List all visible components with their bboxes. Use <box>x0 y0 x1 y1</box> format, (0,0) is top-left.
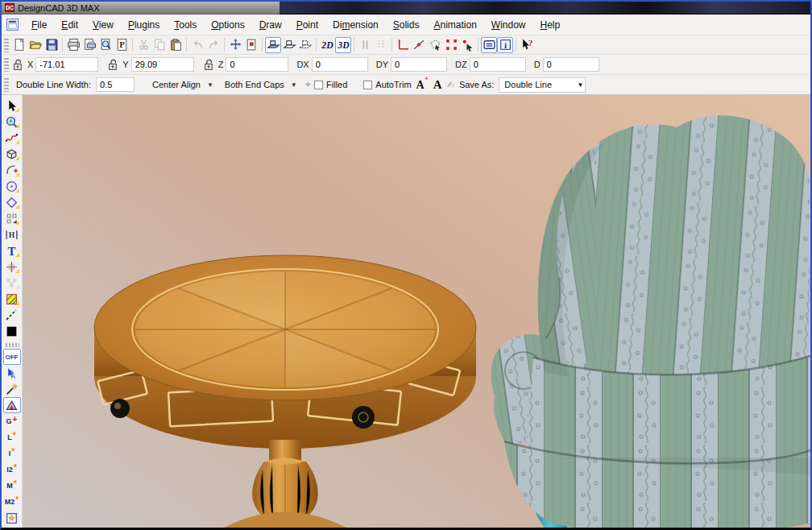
plane-snap-button[interactable] <box>3 397 21 413</box>
autotrim-checkbox[interactable] <box>363 81 372 89</box>
menu-draw[interactable]: Draw <box>252 17 289 33</box>
end-caps-dropdown[interactable]: Both End Caps ▼ <box>222 78 300 91</box>
svg-text:2D: 2D <box>321 40 334 51</box>
snap-intersect-1-button[interactable]: I* <box>3 445 21 462</box>
toolbar-grip[interactable] <box>4 38 9 52</box>
parallel-button[interactable] <box>357 37 373 53</box>
menu-file[interactable]: File <box>24 17 54 33</box>
wing-chair-object[interactable] <box>491 115 810 528</box>
align-dots-button[interactable] <box>373 37 389 53</box>
curve-tool-button[interactable] <box>3 130 21 146</box>
menu-options[interactable]: Options <box>204 17 251 33</box>
snap-off-button[interactable]: OFF <box>3 349 21 365</box>
cut-button[interactable] <box>135 37 151 53</box>
print-preview-button[interactable] <box>97 37 114 53</box>
arc-tool-button[interactable] <box>3 162 21 178</box>
left-toolbar-grip-2[interactable] <box>5 343 19 347</box>
mode-2d-button[interactable]: 2D <box>319 37 335 53</box>
dimension-tool-button[interactable]: H <box>3 226 21 242</box>
optbar-grip[interactable] <box>4 77 9 92</box>
menu-tools[interactable]: Tools <box>167 17 204 33</box>
new-file-button[interactable] <box>11 37 27 53</box>
shade-hidden-button[interactable] <box>281 37 297 53</box>
open-folder-button[interactable] <box>27 37 44 53</box>
increase-text-size-button[interactable]: A+ <box>416 77 429 92</box>
handles-button[interactable] <box>443 37 459 53</box>
dz-input[interactable] <box>470 57 526 72</box>
insert-block-button[interactable] <box>243 37 259 53</box>
info-box-button[interactable] <box>481 37 497 53</box>
title-bar[interactable]: DC DesignCAD 3D MAX <box>2 2 810 14</box>
menu-edit[interactable]: Edit <box>54 17 85 33</box>
menu-solids[interactable]: Solids <box>386 17 427 33</box>
document-icon[interactable] <box>5 18 19 32</box>
set-point-button[interactable] <box>459 37 475 53</box>
context-help-button[interactable]: ? <box>519 37 535 53</box>
group-tool-button[interactable] <box>3 275 21 291</box>
undo-button[interactable] <box>189 37 205 53</box>
point-tool-button[interactable] <box>3 259 21 275</box>
viewport-canvas[interactable] <box>23 95 810 528</box>
cursor-mode-button[interactable] <box>3 365 21 381</box>
page-setup-button[interactable]: P <box>114 37 130 53</box>
menu-view[interactable]: View <box>85 17 121 33</box>
axes-button[interactable] <box>395 37 411 53</box>
shade-wire-button[interactable] <box>297 37 313 53</box>
coordbar-grip[interactable] <box>4 57 9 72</box>
lock-open-icon[interactable] <box>202 58 216 72</box>
redo-button[interactable] <box>205 37 222 53</box>
polygon-tool-button[interactable] <box>3 194 21 210</box>
x-input[interactable] <box>35 57 98 72</box>
cube-tool-button[interactable] <box>3 146 21 162</box>
wand-tool-button[interactable] <box>3 381 21 397</box>
dx-input[interactable] <box>312 57 368 72</box>
lock-open-icon[interactable] <box>11 58 25 72</box>
copy-button[interactable] <box>151 37 168 53</box>
linestyle-tool-icon <box>5 308 19 322</box>
double-line-width-input[interactable] <box>96 77 135 92</box>
save-as-dropdown[interactable]: Double Line ▼ <box>499 77 586 93</box>
lock-open-icon[interactable] <box>106 58 120 72</box>
d-input[interactable] <box>543 57 599 72</box>
z-input[interactable] <box>226 57 288 72</box>
text-tool-button[interactable]: T <box>3 242 21 259</box>
print-button[interactable] <box>65 37 81 53</box>
zoom-tool-button[interactable] <box>3 114 21 130</box>
snap-intersect-2-button[interactable]: I2* <box>3 462 21 478</box>
hatch-tool-button[interactable] <box>3 291 21 307</box>
circle-tool-icon <box>5 180 19 193</box>
select-arrow-button[interactable] <box>3 97 21 114</box>
select-polygon-button[interactable] <box>427 37 443 53</box>
filled-checkbox[interactable] <box>314 81 323 89</box>
y-input[interactable] <box>131 57 194 72</box>
menu-help[interactable]: Help <box>533 17 568 33</box>
menu-animation[interactable]: Animation <box>426 17 483 33</box>
move-point-button[interactable] <box>227 37 243 53</box>
align-dropdown[interactable]: Center Align ▼ <box>149 78 217 91</box>
color-swatch-button[interactable] <box>3 323 21 339</box>
save-floppy-button[interactable] <box>44 37 60 53</box>
menu-window[interactable]: Window <box>484 17 533 33</box>
mode-3d-button[interactable]: 3D <box>335 37 351 53</box>
snap-midpoint-button[interactable]: M* <box>3 478 21 494</box>
svg-text:H: H <box>9 230 15 239</box>
pattern-tool-button[interactable] <box>3 210 21 226</box>
snap-gravity-button[interactable]: G+ <box>3 413 21 429</box>
midpoint-line-button[interactable] <box>411 37 427 53</box>
menu-dimension[interactable]: Dimension <box>325 17 386 33</box>
snap-midpoint-2-button[interactable]: M2* <box>3 494 21 510</box>
star-box-1-button[interactable] <box>3 510 21 526</box>
menu-point[interactable]: Point <box>289 17 325 33</box>
snap-line-button[interactable]: L* <box>3 429 21 445</box>
print-export-button[interactable] <box>81 37 97 53</box>
linestyle-tool-button[interactable] <box>3 307 21 323</box>
dy-input[interactable] <box>391 57 447 72</box>
text-size-button[interactable]: A <box>433 78 442 92</box>
drum-table-object[interactable] <box>94 255 476 528</box>
circle-tool-button[interactable] <box>3 178 21 194</box>
star-box-2-button[interactable] <box>3 526 21 528</box>
menu-plugins[interactable]: Plugins <box>121 17 167 33</box>
shade-solid-button[interactable] <box>265 37 281 53</box>
paste-button[interactable] <box>168 37 184 53</box>
info-button[interactable]: i <box>497 37 513 53</box>
